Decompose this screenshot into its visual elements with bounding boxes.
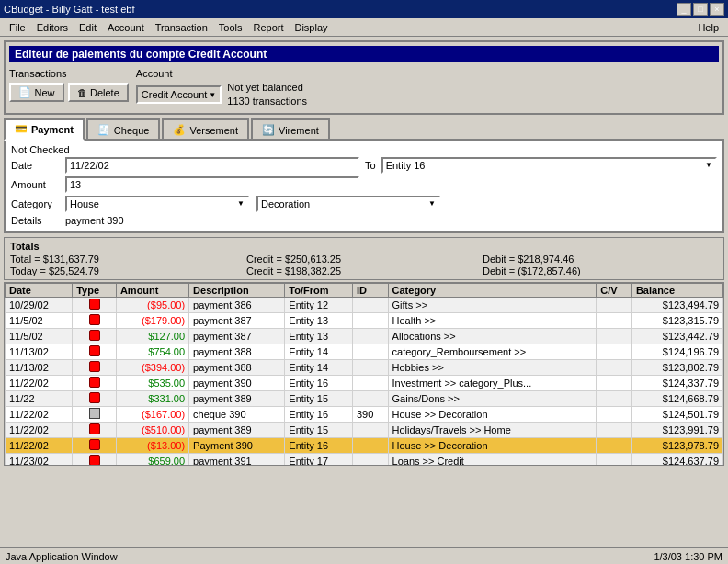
account-dropdown[interactable]: Credit Account ▼: [136, 85, 222, 104]
delete-button[interactable]: 🗑 Delete: [68, 83, 129, 102]
minimize-button[interactable]: _: [677, 3, 691, 16]
menu-editors[interactable]: Editors: [31, 21, 74, 34]
form-area: Not Checked Date To Entity 16 ▼ Amount C…: [4, 139, 724, 233]
table-row[interactable]: 11/5/02 $127.00 payment 387 Entity 13 Al…: [6, 328, 723, 344]
debit2-value: Debit = ($172,857.46): [483, 265, 718, 276]
cell-amount: ($510.00): [116, 422, 188, 437]
cell-desc: payment 387: [189, 328, 285, 344]
amount-row: Amount: [11, 176, 717, 193]
cell-tofrom: Entity 13: [285, 328, 353, 344]
new-button[interactable]: 📄 New: [9, 83, 64, 102]
cell-tofrom: Entity 14: [285, 359, 353, 375]
account-row: Credit Account ▼ Not yet balanced 1130 t…: [136, 81, 307, 109]
cell-id: [352, 344, 388, 359]
table-row[interactable]: 11/5/02 ($179.00) payment 387 Entity 13 …: [6, 312, 723, 328]
tabs-bar: 💳 Payment 🧾 Cheque 💰 Versement 🔄 Viremen…: [4, 118, 724, 141]
tab-cheque-label: Cheque: [114, 125, 150, 136]
table-row[interactable]: 11/22 $331.00 payment 389 Entity 15 Gain…: [6, 390, 723, 406]
to-dropdown[interactable]: Entity 16 ▼: [381, 157, 717, 174]
cell-id: [352, 453, 388, 466]
button-row: 📄 New 🗑 Delete: [9, 83, 129, 102]
account-status: Not yet balanced 1130 transactions: [227, 81, 307, 109]
account-label: Account: [136, 68, 307, 79]
amount-label: Amount: [11, 179, 62, 190]
cat2-value: Decoration: [261, 198, 310, 209]
cell-type: [73, 344, 117, 359]
cell-desc: payment 386: [189, 297, 285, 312]
col-amount: Amount: [116, 283, 188, 297]
table-row[interactable]: 11/13/02 $754.00 payment 388 Entity 14 c…: [6, 344, 723, 359]
maximize-button[interactable]: □: [693, 3, 708, 16]
cell-cv: [597, 406, 632, 422]
status-line2: 1130 transactions: [227, 95, 307, 108]
totals-bar: Totals Total = $131,637.79 Credit = $250…: [4, 237, 724, 280]
cell-cv: [597, 312, 632, 328]
category-dropdown-1[interactable]: House ▼: [65, 196, 249, 212]
menu-tools[interactable]: Tools: [213, 21, 248, 34]
table-row[interactable]: 11/23/02 $659.00 payment 391 Entity 17 L…: [6, 453, 723, 466]
tab-payment[interactable]: 💳 Payment: [4, 118, 85, 141]
title-bar-controls: _ □ ×: [677, 3, 724, 16]
menu-file[interactable]: File: [4, 21, 31, 34]
cell-category: House >> Decoration: [388, 406, 597, 422]
cell-cv: [597, 359, 632, 375]
table-row[interactable]: 11/22/02 ($510.00) payment 389 Entity 15…: [6, 422, 723, 437]
close-button[interactable]: ×: [710, 3, 724, 16]
date-input[interactable]: [65, 157, 359, 174]
cell-category: House >> Decoration: [388, 437, 597, 453]
cell-category: Health >>: [388, 312, 597, 328]
col-date: Date: [6, 283, 73, 297]
tab-versement[interactable]: 💰 Versement: [162, 118, 249, 141]
editor-panel: Editeur de paiements du compte Credit Ac…: [4, 40, 724, 115]
transactions-section: Transactions 📄 New 🗑 Delete: [9, 68, 129, 102]
cell-type: [73, 453, 117, 466]
cell-desc: cheque 390: [189, 406, 285, 422]
tab-cheque[interactable]: 🧾 Cheque: [86, 118, 161, 141]
cell-amount: $535.00: [116, 375, 188, 390]
menu-report[interactable]: Report: [247, 21, 289, 34]
amount-input[interactable]: [65, 176, 359, 193]
menu-help[interactable]: Help: [692, 21, 724, 34]
cell-cv: [597, 453, 632, 466]
cell-type: [73, 312, 117, 328]
tab-versement-label: Versement: [189, 125, 238, 136]
cell-category: Loans >> Credit: [388, 453, 597, 466]
transactions-table-area: Date Type Amount Description To/From ID …: [4, 282, 724, 466]
cell-cv: [597, 297, 632, 312]
cell-balance: $123,978.79: [631, 437, 722, 453]
cell-tofrom: Entity 14: [285, 344, 353, 359]
category-dropdown-2[interactable]: Decoration ▼: [256, 196, 440, 212]
table-row[interactable]: 11/22/02 ($13.00) Payment 390 Entity 16 …: [6, 437, 723, 453]
cell-cv: [597, 390, 632, 406]
to-label: To: [365, 160, 376, 171]
menu-account[interactable]: Account: [102, 21, 150, 34]
table-row[interactable]: 11/22/02 ($167.00) cheque 390 Entity 16 …: [6, 406, 723, 422]
cell-amount: ($167.00): [116, 406, 188, 422]
cell-type: [73, 437, 117, 453]
menu-transaction[interactable]: Transaction: [150, 21, 213, 34]
cell-id: [352, 312, 388, 328]
tab-payment-label: Payment: [31, 124, 74, 135]
cell-balance: $123,991.79: [631, 422, 722, 437]
cat1-chevron-icon: ▼: [237, 199, 245, 208]
cell-desc: payment 388: [189, 359, 285, 375]
cell-date: 11/22/02: [6, 375, 73, 390]
cell-desc: payment 389: [189, 422, 285, 437]
cell-id: 390: [352, 406, 388, 422]
table-row[interactable]: 10/29/02 ($95.00) payment 386 Entity 12 …: [6, 297, 723, 312]
details-row: Details payment 390: [11, 215, 717, 226]
cell-tofrom: Entity 16: [285, 437, 353, 453]
tab-virement[interactable]: 🔄 Virement: [251, 118, 330, 141]
cell-category: Hobbies >>: [388, 359, 597, 375]
cell-balance: $124,501.79: [631, 406, 722, 422]
totals-label: Totals: [10, 241, 718, 252]
menu-display[interactable]: Display: [289, 21, 333, 34]
menu-edit[interactable]: Edit: [74, 21, 102, 34]
total-value: Total = $131,637.79: [10, 254, 245, 265]
table-row[interactable]: 11/22/02 $535.00 payment 390 Entity 16 I…: [6, 375, 723, 390]
col-category: Category: [388, 283, 597, 297]
cell-date: 10/29/02: [6, 297, 73, 312]
col-id: ID: [352, 283, 388, 297]
table-row[interactable]: 11/13/02 ($394.00) payment 388 Entity 14…: [6, 359, 723, 375]
account-name: Credit Account: [142, 89, 208, 100]
